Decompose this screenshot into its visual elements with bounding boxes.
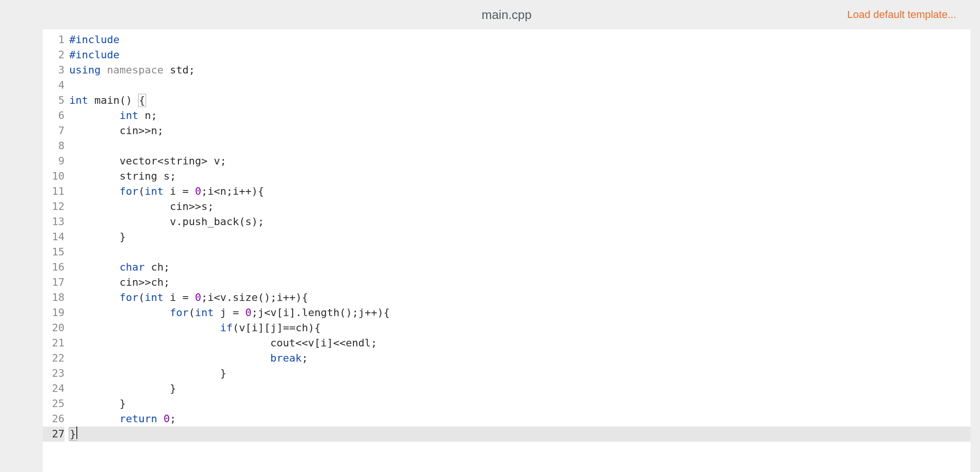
code-area[interactable]: #include #include using namespace std; i…	[69, 32, 971, 442]
code-line[interactable]: #include	[69, 32, 971, 47]
line-number: 3	[43, 63, 65, 78]
code-line[interactable]	[69, 78, 971, 93]
line-number: 10	[43, 169, 65, 184]
code-line[interactable]: cin>>s;	[69, 199, 971, 214]
line-number: 9	[43, 154, 65, 169]
code-line[interactable]	[69, 138, 971, 154]
code-line[interactable]: vector<string> v;	[69, 154, 971, 169]
editor-container: main.cpp Load default template... 123456…	[0, 0, 980, 472]
line-number: 21	[43, 336, 65, 351]
code-editor[interactable]: 1234567891011121314151617181920212223242…	[43, 29, 971, 472]
code-line[interactable]: #include	[69, 47, 971, 63]
line-number: 23	[43, 366, 65, 381]
code-line[interactable]: cout<<v[i]<<endl;	[69, 336, 971, 351]
code-line[interactable]: }	[69, 381, 971, 396]
line-number: 17	[43, 275, 65, 290]
line-number: 12	[43, 199, 65, 214]
code-line[interactable]: string s;	[69, 169, 971, 184]
code-line[interactable]: for(int i = 0;i<n;i++){	[69, 184, 971, 199]
code-line[interactable]: v.push_back(s);	[69, 214, 971, 229]
filename-label: main.cpp	[481, 8, 532, 22]
load-default-template-link[interactable]: Load default template...	[847, 9, 956, 21]
code-line[interactable]: using namespace std;	[69, 63, 971, 78]
line-number: 7	[43, 123, 65, 138]
line-number: 15	[43, 245, 65, 260]
code-line[interactable]: int n;	[69, 108, 971, 123]
code-line[interactable]: for(int i = 0;i<v.size();i++){	[69, 290, 971, 305]
line-number: 20	[43, 320, 65, 336]
code-line[interactable]	[69, 245, 971, 260]
line-number: 13	[43, 214, 65, 229]
line-number: 27	[43, 427, 65, 442]
code-line[interactable]: return 0;	[69, 411, 971, 427]
code-line[interactable]: break;	[69, 351, 971, 366]
code-line[interactable]: int main() {	[69, 93, 971, 108]
line-number: 11	[43, 184, 65, 199]
line-number: 5	[43, 93, 65, 108]
code-line[interactable]: }	[69, 366, 971, 381]
line-number: 16	[43, 260, 65, 275]
line-number: 14	[43, 229, 65, 245]
code-line[interactable]: cin>>ch;	[69, 275, 971, 290]
line-number: 18	[43, 290, 65, 305]
line-number: 24	[43, 381, 65, 396]
line-number: 6	[43, 108, 65, 123]
line-number: 2	[43, 47, 65, 63]
line-number: 4	[43, 78, 65, 93]
line-number: 8	[43, 138, 65, 154]
code-line[interactable]: }	[69, 229, 971, 245]
editor-header: main.cpp Load default template...	[43, 0, 971, 29]
code-line[interactable]: cin>>n;	[69, 123, 971, 138]
line-number: 25	[43, 396, 65, 411]
line-number: 26	[43, 411, 65, 427]
line-number: 19	[43, 305, 65, 320]
code-line[interactable]: if(v[i][j]==ch){	[69, 320, 971, 336]
code-line[interactable]: char ch;	[69, 260, 971, 275]
line-number-gutter: 1234567891011121314151617181920212223242…	[43, 32, 69, 442]
code-line[interactable]: }	[69, 427, 971, 442]
line-number: 1	[43, 32, 65, 47]
code-line[interactable]: for(int j = 0;j<v[i].length();j++){	[69, 305, 971, 320]
line-number: 22	[43, 351, 65, 366]
code-line[interactable]: }	[69, 396, 971, 411]
